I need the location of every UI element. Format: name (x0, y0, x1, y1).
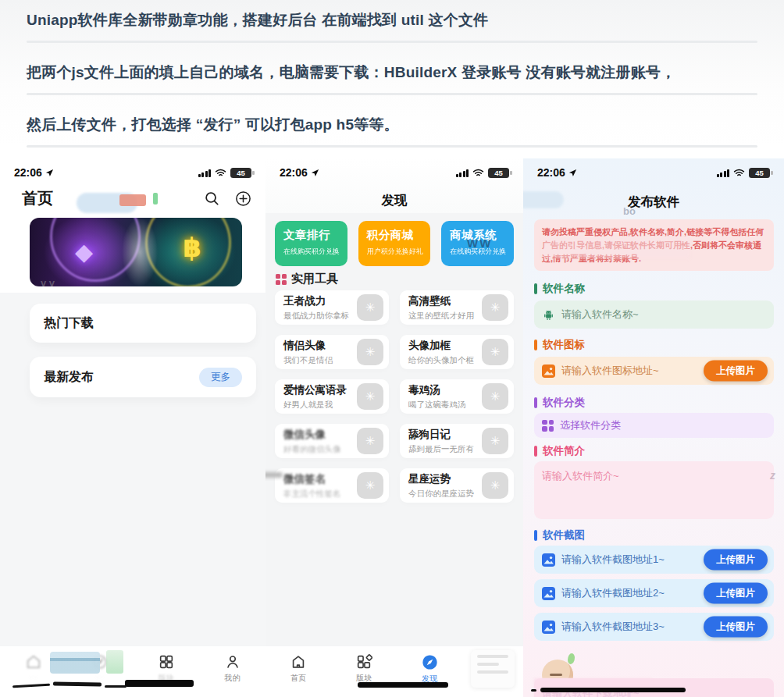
tool-item[interactable]: 微信头像 好看的微信头像 ✳ (275, 424, 389, 458)
name-input[interactable]: 请输入软件名称~ (534, 300, 774, 329)
divider (27, 145, 757, 148)
status-time: 22:06 (537, 166, 565, 179)
intro-textarea[interactable]: 请输入软件简介~ (534, 461, 774, 519)
tab-obscured-2[interactable]: · · (76, 653, 124, 681)
tool-item[interactable]: 微信签名 非主流个性签名 ✳ (275, 468, 389, 503)
home-tab-bar: · · · · 版块 我的 (0, 646, 265, 697)
tool-item[interactable]: 头像加框 给你的头像加个框 ✳ (400, 335, 514, 369)
ethereum-icon: ◆ (75, 238, 93, 265)
promo-card-articles[interactable]: 文章排行 在线购买积分兑换 (275, 221, 347, 266)
tools-section-header: 实用工具 (276, 272, 338, 286)
screenshot-url-input-2[interactable]: 请输入软件截图地址2~ 上传图片 (534, 579, 774, 607)
page-title: 首页 (22, 188, 53, 209)
image-icon (542, 621, 555, 634)
upload-screenshot-button-2[interactable]: 上传图片 (704, 583, 768, 604)
tool-item[interactable]: 爱情公寓语录 好男人就是我 ✳ (275, 379, 389, 414)
intro-placeholder: 请输入软件简介~ (542, 469, 619, 483)
publish-screen: 22:06 45 发布软件 bo 请勿投稿严重侵权产品,软件名称,简介,链接等不… (523, 158, 784, 697)
redaction-scribble (53, 681, 102, 686)
upload-icon-button[interactable]: 上传图片 (704, 361, 768, 382)
battery-icon: 45 (488, 168, 509, 178)
tool-item[interactable]: 舔狗日记 舔到最后一无所有 ✳ (400, 424, 514, 458)
icon-url-input[interactable]: 请输入软件图标地址~ 上传图片 (534, 357, 774, 385)
home-indicator (540, 688, 686, 692)
status-bar: 22:06 45 (265, 165, 523, 180)
redaction-scribble (105, 685, 127, 688)
label-bar (534, 340, 537, 350)
promo-subtitle: 用户积分兑换好礼 (367, 247, 431, 257)
section-title: 最新发布 (44, 369, 94, 386)
doc-heading-3: 然后上传文件，打包选择 “发行” 可以打包app h5等等。 (27, 106, 757, 145)
scribble-dot (531, 689, 536, 692)
upload-screenshot-button-1[interactable]: 上传图片 (704, 549, 768, 571)
category-select[interactable]: 选择软件分类 (534, 413, 774, 438)
tool-item[interactable]: 情侣头像 我们不是情侣 ✳ (275, 335, 389, 369)
signal-icon (717, 169, 730, 177)
tools-grid: 王者战力 最低战力助你拿标 ✳ 高清壁纸 这里的壁纸才好用 ✳ 情侣头像 我们不… (275, 290, 514, 503)
loading-icon: ✳ (482, 428, 508, 454)
compass-icon (91, 653, 109, 670)
battery-icon: 45 (749, 168, 770, 178)
more-button[interactable]: 更多 (199, 368, 242, 387)
divider (27, 41, 757, 43)
screenshot-url-input-1[interactable]: 请输入软件截图地址1~ 上传图片 (534, 546, 774, 574)
tab-label: 首页 (290, 673, 306, 684)
label-bar (534, 446, 537, 457)
tool-item[interactable]: 毒鸡汤 喝了这碗毒鸡汤 ✳ (400, 379, 514, 414)
label-bar (534, 283, 537, 294)
label-bar (534, 397, 537, 408)
loading-icon: ✳ (357, 428, 383, 454)
home-header: 首页 (0, 188, 265, 212)
status-bar: 22:06 45 (0, 165, 265, 180)
image-icon (542, 553, 555, 567)
category-value: 选择软件分类 (560, 418, 621, 432)
person-icon (224, 653, 241, 670)
add-icon[interactable] (235, 190, 251, 207)
doc-heading-2: 把两个js文件上面的填上自己的域名，电脑需要下载：HBuilderX 登录账号 … (27, 54, 757, 93)
discover-screen: 22:06 45 发现 文章排行 在线购买积分兑换 积分商城 用户积分兑换好礼 (265, 158, 523, 697)
loading-icon: ✳ (357, 294, 383, 321)
divider (27, 93, 757, 95)
icon-placeholder: 请输入软件图标地址~ (561, 364, 659, 378)
tool-item[interactable]: 高清壁纸 这里的壁纸才好用 ✳ (400, 290, 514, 325)
field-label-screenshots: 软件截图 (534, 528, 585, 542)
discover-icon (421, 653, 439, 671)
promo-title: 积分商城 (367, 228, 431, 243)
search-icon[interactable] (204, 190, 220, 207)
loading-icon: ✳ (357, 472, 383, 499)
home-indicator (125, 680, 194, 687)
status-time: 22:06 (280, 166, 308, 179)
tab-blocks[interactable]: 版块 (340, 653, 388, 684)
white-photo-sticker (471, 650, 515, 688)
tab-obscured-1[interactable]: · · (9, 653, 58, 681)
battery-icon: 45 (230, 168, 251, 178)
promo-subtitle: 在线购买积分兑换 (450, 247, 514, 257)
upload-screenshot-button-3[interactable]: 上传图片 (704, 617, 768, 638)
tab-discover-active[interactable]: 发现 (405, 653, 454, 685)
grid-icon (276, 274, 287, 285)
warning-notice: 请勿投稿严重侵权产品,软件名称,简介,链接等不得包括任何广告的引导信息,请保证软… (534, 219, 774, 271)
crypto-banner[interactable]: ◆ ฿ (30, 218, 242, 286)
wifi-icon (472, 169, 484, 177)
hot-downloads-card: 热门下载 (30, 304, 256, 343)
tools-header-label: 实用工具 (291, 272, 338, 286)
android-icon (542, 308, 555, 322)
screenshot-url-input-3[interactable]: 请输入软件截图地址3~ 上传图片 (534, 613, 774, 641)
promo-subtitle: 在线购买积分兑换 (283, 247, 347, 257)
tool-item[interactable]: 星座运势 今日你的星座运势 ✳ (400, 468, 514, 503)
home-indicator (358, 682, 448, 688)
location-arrow-icon (45, 169, 54, 177)
doc-heading-1: Uniapp软件库全新带勋章功能，搭建好后台 在前端找到 util 这个文件 (27, 2, 757, 41)
promo-card-points-mall[interactable]: 积分商城 用户积分兑换好礼 (358, 221, 431, 266)
category-grid-icon (542, 420, 554, 432)
home-icon (290, 653, 307, 670)
location-arrow-icon (311, 169, 319, 177)
loading-icon: ✳ (482, 472, 508, 499)
promo-card-shop-system[interactable]: 商城系统 在线购买积分兑换 (441, 221, 514, 266)
signal-icon (198, 169, 212, 177)
tab-profile[interactable]: 我的 (208, 653, 257, 684)
document-header: Uniapp软件库全新带勋章功能，搭建好后台 在前端找到 util 这个文件 把… (0, 0, 784, 148)
tool-item[interactable]: 王者战力 最低战力助你拿标 ✳ (275, 290, 389, 325)
blocks-icon (158, 653, 175, 670)
tab-home[interactable]: 首页 (274, 653, 323, 684)
